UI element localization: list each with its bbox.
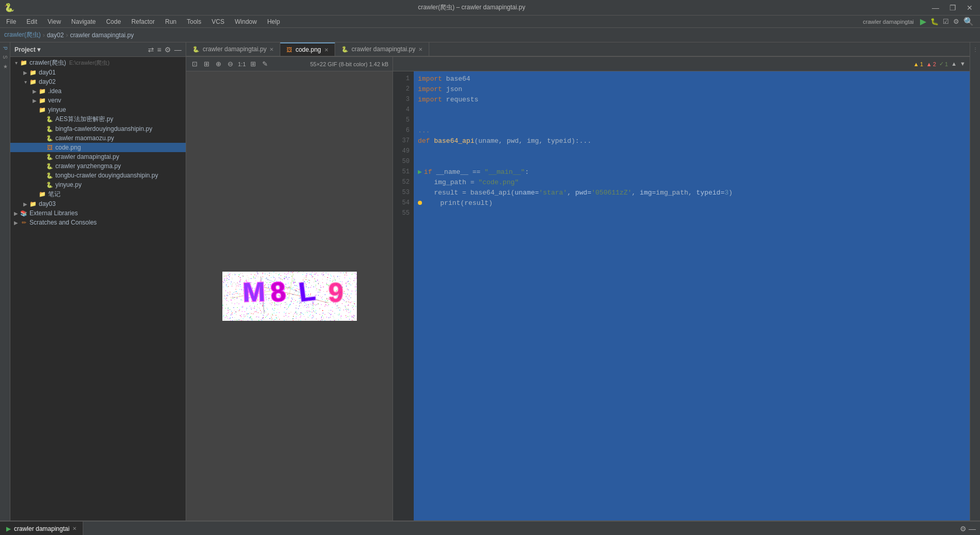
tree-yinyue-folder-icon: 📁: [38, 106, 47, 114]
bottom-settings-icon[interactable]: ⚙: [960, 525, 967, 533]
menu-refactor[interactable]: Refactor: [127, 17, 159, 26]
tab-code-png-close[interactable]: ✕: [324, 47, 328, 53]
app-logo: 🐍: [4, 3, 14, 12]
tree-biji[interactable]: 📁 笔记: [10, 189, 186, 199]
img-zoom-in-btn[interactable]: ⊕: [214, 60, 223, 68]
tree-bingfa[interactable]: 🐍 bingfa-cawlerdouyingduanshipin.py: [10, 124, 186, 133]
project-sidebar-icon[interactable]: P: [1, 44, 9, 52]
breadcrumb-day02[interactable]: day02: [47, 32, 64, 39]
line-3: 3: [393, 94, 410, 105]
img-actual-size-btn[interactable]: ⊞: [249, 60, 258, 68]
coverage-button[interactable]: ☑: [943, 18, 951, 25]
tree-aes[interactable]: 🐍 AES算法加密解密.py: [10, 114, 186, 124]
tab-crawler-dama-2-icon: 🐍: [341, 46, 349, 53]
project-settings-button[interactable]: ⚙: [164, 46, 171, 54]
tree-crawler-dama[interactable]: 🐍 crawler damapingtai.py: [10, 152, 186, 161]
tree-yinyue-py[interactable]: 🐍 yinyue.py: [10, 180, 186, 189]
img-edit-btn[interactable]: ✎: [261, 60, 269, 68]
tree-venv[interactable]: ▶ 📁 venv: [10, 96, 186, 105]
tree-maomaozu-icon: 🐍: [46, 134, 54, 142]
tree-idea[interactable]: ▶ 📁 .idea: [10, 86, 186, 96]
favorites-sidebar-icon[interactable]: ★: [1, 62, 9, 71]
tree-root[interactable]: ▾ 📁 crawler(爬虫) E:\crawler(爬虫): [10, 58, 186, 68]
tree-venv-label: venv: [48, 97, 61, 104]
check-count: 1: [945, 61, 948, 67]
code-editor[interactable]: import base64 import json import request…: [414, 71, 970, 521]
tree-day02[interactable]: ▾ 📁 day02: [10, 77, 186, 86]
project-close-button[interactable]: —: [174, 46, 182, 54]
run-tab[interactable]: ▶ crawler damapingtai ✕: [0, 522, 83, 536]
breadcrumb-file[interactable]: crawler damapingtai.py: [70, 32, 133, 39]
tree-crawler-yz[interactable]: 🐍 crawler yanzhengma.py: [10, 161, 186, 171]
run-button[interactable]: ▶: [920, 17, 928, 26]
menu-code[interactable]: Code: [102, 17, 125, 26]
project-collapse-button[interactable]: ≡: [157, 46, 161, 54]
code-panel: ▲ 1 ▲ 2 ✓ 1 ▲ ▼: [393, 57, 970, 521]
tree-tongbu-icon: 🐍: [46, 171, 54, 180]
run-tab-close[interactable]: ✕: [72, 526, 77, 531]
warning-badge-1[interactable]: ▲ 1: [913, 61, 923, 67]
titlebar: 🐍 crawler(爬虫) – crawler damapingtai.py —…: [0, 0, 980, 16]
img-grid-btn[interactable]: ⊞: [202, 60, 211, 68]
tab-crawler-dama-1[interactable]: 🐍 crawler damapingtai.py ✕: [186, 42, 280, 56]
menu-run[interactable]: Run: [161, 17, 180, 26]
img-info: 55×22 GIF (8-bit color) 1.42 kB: [310, 61, 388, 67]
menu-vcs[interactable]: VCS: [207, 17, 229, 26]
debug-button[interactable]: 🐛: [930, 18, 941, 25]
menu-file[interactable]: File: [2, 17, 20, 26]
profile-button[interactable]: ⚙: [953, 18, 961, 25]
structure-sidebar-icon[interactable]: S: [1, 53, 9, 61]
tree-root-arrow: ▾: [12, 60, 20, 66]
line-54: 54: [393, 198, 410, 208]
line-1: 1: [393, 73, 410, 84]
search-everywhere-button[interactable]: 🔍: [963, 17, 978, 26]
tree-aes-icon: 🐍: [46, 115, 54, 124]
tree-idea-icon: 📁: [38, 87, 47, 95]
tree-day01[interactable]: ▶ 📁 day01: [10, 68, 186, 77]
tree-extlib-icon: 📚: [20, 209, 28, 217]
img-fit-btn[interactable]: ⊡: [190, 60, 199, 68]
check-badge[interactable]: ✓ 1: [939, 61, 948, 67]
tab-code-png[interactable]: 🖼 code.png ✕: [280, 42, 335, 56]
tab-crawler-dama-2-label: crawler damapingtai.py: [352, 46, 415, 53]
tree-day03-icon: 📁: [29, 200, 37, 208]
titlebar-left: 🐍: [4, 3, 14, 12]
tree-scratches[interactable]: ▶ ✏ Scratches and Consoles: [10, 218, 186, 227]
menu-window[interactable]: Window: [231, 17, 261, 26]
breadcrumb: crawler(爬虫) › day02 › crawler damapingta…: [0, 28, 980, 42]
breadcrumb-root[interactable]: crawler(爬虫): [4, 31, 41, 39]
maximize-button[interactable]: ❐: [946, 3, 959, 13]
tree-day02-label: day02: [39, 78, 56, 85]
bottom-minimize-icon[interactable]: —: [969, 525, 976, 533]
tree-tongbu[interactable]: 🐍 tongbu-crawler douyingduanshipin.py: [10, 171, 186, 180]
tree-venv-arrow: ▶: [31, 98, 38, 103]
project-sync-button[interactable]: ⇄: [148, 46, 154, 54]
tab-crawler-dama-2-close[interactable]: ✕: [418, 47, 423, 52]
menu-tools[interactable]: Tools: [183, 17, 205, 26]
tree-maomaozu[interactable]: 🐍 cawler maomaozu.py: [10, 133, 186, 143]
titlebar-title: crawler(爬虫) – crawler damapingtai.py: [418, 3, 525, 12]
tree-day01-arrow: ▶: [22, 70, 29, 76]
code-line-1: import base64: [418, 73, 966, 84]
warning-badge-2[interactable]: ▲ 2: [926, 61, 936, 67]
right-icon-1[interactable]: ⋮: [972, 44, 979, 54]
minimize-button[interactable]: —: [929, 3, 942, 13]
img-zoom-out-btn[interactable]: ⊖: [226, 60, 235, 68]
close-button[interactable]: ✕: [963, 3, 976, 13]
editor-tabs-bar: 🐍 crawler damapingtai.py ✕ 🖼 code.png ✕ …: [186, 42, 970, 57]
tree-yinyue-folder[interactable]: 📁 yinyue: [10, 105, 186, 114]
menu-view[interactable]: View: [43, 17, 65, 26]
warnings-down-btn[interactable]: ▼: [960, 61, 966, 67]
menu-navigate[interactable]: Navigate: [67, 17, 100, 26]
tab-crawler-dama-1-close[interactable]: ✕: [269, 47, 274, 52]
code-line-50: [418, 156, 966, 167]
menu-help[interactable]: Help: [263, 17, 284, 26]
menu-edit[interactable]: Edit: [22, 17, 41, 26]
tree-day01-label: day01: [39, 69, 56, 76]
tree-code-png[interactable]: 🖼 code.png: [10, 143, 186, 152]
warnings-up-btn[interactable]: ▲: [951, 61, 957, 67]
tree-extlib[interactable]: ▶ 📚 External Libraries: [10, 209, 186, 218]
tab-crawler-dama-2[interactable]: 🐍 crawler damapingtai.py ✕: [335, 42, 429, 56]
warn2-icon: ▲: [926, 61, 932, 67]
tree-day03[interactable]: ▶ 📁 day03: [10, 199, 186, 209]
